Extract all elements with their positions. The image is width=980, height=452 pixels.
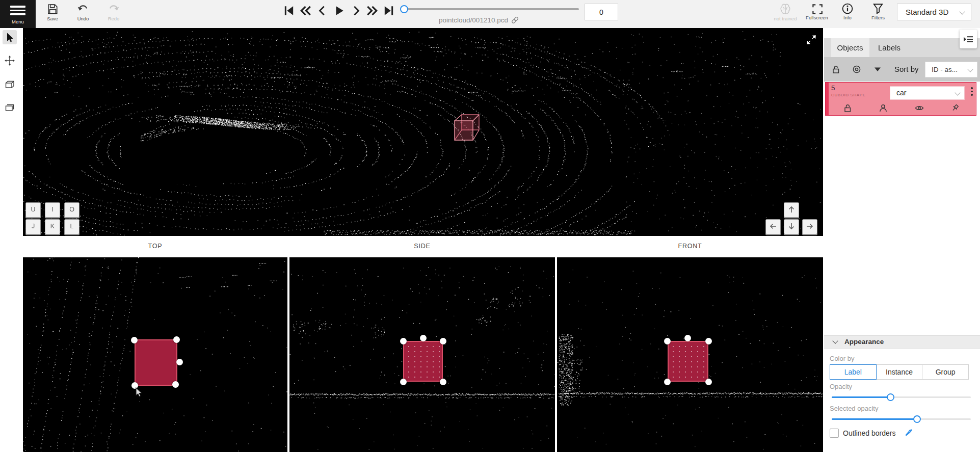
fullscreen-label: Fullscreen: [801, 15, 833, 20]
link-icon[interactable]: [511, 16, 519, 24]
fast-forward-button[interactable]: [364, 4, 380, 18]
main-3d-canvas[interactable]: [23, 28, 823, 236]
menu-label: Menu: [0, 19, 36, 24]
outlined-borders-label: Outlined borders: [843, 429, 896, 437]
front-handle-tr[interactable]: [705, 338, 712, 344]
side-handle-br[interactable]: [440, 379, 446, 385]
undo-button[interactable]: Undo: [71, 2, 95, 26]
collapse-panel-button[interactable]: [960, 30, 977, 48]
timeline-slider-track[interactable]: [403, 8, 579, 10]
arrow-up-key[interactable]: [784, 202, 799, 218]
arrow-right-key[interactable]: [802, 219, 817, 234]
side-handle-bl[interactable]: [400, 379, 407, 385]
object-visibility-button[interactable]: [915, 103, 924, 113]
color-by-option-label[interactable]: Label: [830, 364, 877, 380]
color-by-option-group[interactable]: Group: [922, 364, 969, 380]
hotkey-k: K: [45, 219, 60, 234]
front-ortho-view[interactable]: [557, 257, 823, 452]
fullscreen-button[interactable]: Fullscreen: [801, 3, 833, 27]
expand-objects-button[interactable]: [873, 65, 882, 74]
front-handle-top-mid[interactable]: [684, 335, 691, 341]
timeline-slider-handle[interactable]: [400, 5, 408, 13]
side-ortho-view[interactable]: [289, 257, 555, 452]
top-view-annotation-box[interactable]: [135, 339, 177, 386]
object-category-select[interactable]: car: [890, 86, 965, 100]
object-menu-button[interactable]: [968, 86, 975, 101]
main-3d-viewport[interactable]: U I O J K L: [23, 28, 823, 236]
opacity-slider-track[interactable]: [832, 396, 971, 398]
selected-opacity-label: Selected opacity: [830, 405, 878, 412]
frame-number-input[interactable]: [585, 4, 618, 20]
eyedropper-icon[interactable]: [904, 428, 914, 438]
previous-frame-button[interactable]: [315, 4, 330, 18]
move-tool-button[interactable]: [3, 54, 17, 68]
side-view-annotation-box[interactable]: [403, 341, 443, 382]
top-handle-right-mid[interactable]: [176, 359, 183, 365]
fast-rewind-button[interactable]: [298, 4, 313, 18]
visibility-all-button[interactable]: [852, 65, 861, 74]
arrow-left-key[interactable]: [765, 219, 781, 234]
front-handle-br[interactable]: [705, 379, 712, 385]
outlined-borders-checkbox[interactable]: [830, 429, 839, 438]
selected-opacity-slider-handle[interactable]: [913, 415, 921, 423]
lock-all-button[interactable]: [831, 65, 840, 74]
object-lock-button[interactable]: [843, 103, 852, 113]
view-mode-value: Standard 3D: [906, 8, 948, 16]
redo-icon: [108, 3, 120, 15]
appearance-section-header[interactable]: Appearance: [824, 335, 980, 349]
next-frame-button[interactable]: [348, 4, 363, 18]
front-view-annotation-box[interactable]: [668, 341, 708, 382]
person-icon: [879, 103, 888, 113]
front-handle-bl[interactable]: [664, 379, 671, 385]
filename-text: pointcloud/001210.pcd: [439, 16, 508, 24]
frames-tool-button[interactable]: [3, 100, 17, 115]
chevron-down-icon: [967, 66, 973, 72]
opacity-slider-handle[interactable]: [887, 393, 894, 401]
frames-icon: [4, 102, 15, 113]
save-button[interactable]: Save: [41, 2, 64, 26]
redo-button[interactable]: Redo: [102, 2, 125, 26]
color-by-segmented-control: Label Instance Group: [830, 364, 969, 380]
move-icon: [4, 55, 15, 66]
color-by-option-instance[interactable]: Instance: [876, 364, 923, 380]
pin-icon: [950, 103, 960, 113]
side-handle-tr[interactable]: [440, 338, 446, 344]
side-handle-tl[interactable]: [400, 338, 407, 344]
selected-opacity-slider-track[interactable]: [832, 418, 971, 420]
skip-end-icon: [383, 5, 395, 17]
model-training-button[interactable]: not trained: [770, 3, 801, 27]
expand-view-icon[interactable]: [806, 34, 817, 45]
tab-labels[interactable]: Labels: [872, 38, 906, 57]
filters-button[interactable]: Filters: [862, 3, 894, 27]
tab-objects[interactable]: Objects: [831, 38, 869, 57]
object-pin-button[interactable]: [950, 103, 960, 113]
fast-forward-icon: [366, 5, 378, 17]
select-tool-button[interactable]: [3, 30, 17, 44]
sort-row: Sort by ID - as...: [824, 57, 980, 82]
top-handle-br[interactable]: [172, 381, 179, 388]
filter-icon: [872, 3, 884, 15]
play-button[interactable]: [331, 4, 347, 18]
top-handle-tl[interactable]: [131, 337, 138, 343]
object-category-value: car: [896, 89, 906, 97]
eye-icon: [915, 103, 924, 113]
selected-opacity-slider-fill: [832, 418, 917, 420]
object-row[interactable]: 5 CUBOID SHAPE car: [825, 82, 976, 116]
cuboid-annotation-3d[interactable]: [454, 114, 481, 142]
hotkey-l: L: [64, 219, 80, 234]
menu-button[interactable]: Menu: [0, 0, 36, 28]
sort-select[interactable]: ID - as...: [925, 62, 977, 77]
side-handle-top-mid[interactable]: [420, 335, 427, 341]
triangle-down-icon: [873, 65, 882, 74]
view-mode-select[interactable]: Standard 3D: [897, 4, 971, 20]
info-button[interactable]: Info: [832, 3, 863, 27]
top-handle-tr[interactable]: [173, 336, 180, 343]
object-assignee-button[interactable]: [879, 103, 888, 113]
arrow-down-key[interactable]: [784, 219, 799, 234]
front-handle-tl[interactable]: [664, 338, 671, 344]
skip-to-start-button[interactable]: [281, 4, 297, 18]
top-ortho-view[interactable]: [23, 257, 287, 452]
hotkey-j: J: [25, 219, 41, 234]
cuboid-tool-button[interactable]: [3, 77, 17, 92]
skip-to-end-button[interactable]: [381, 4, 396, 18]
